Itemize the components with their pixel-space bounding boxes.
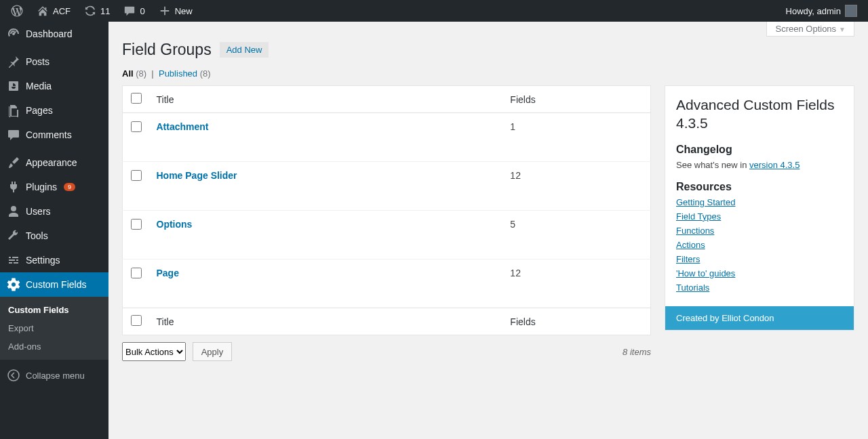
apply-button[interactable]: Apply: [193, 342, 233, 361]
site-name: ACF: [53, 6, 71, 16]
site-name-link[interactable]: ACF: [31, 0, 76, 22]
chevron-down-icon: ▼: [839, 26, 846, 33]
table-row: Options 5: [123, 211, 651, 259]
screen-options-toggle[interactable]: Screen Options▼: [766, 22, 854, 37]
menu-label: Users: [26, 206, 51, 217]
dashboard-icon: [7, 27, 20, 41]
menu-label: Comments: [26, 129, 72, 140]
row-fields-count: 1: [503, 113, 650, 162]
comments-link[interactable]: 0: [118, 0, 150, 22]
brush-icon: [7, 156, 20, 169]
resources-heading: Resources: [676, 181, 843, 193]
changelog-heading: Changelog: [676, 144, 843, 156]
user-menu[interactable]: Howdy, admin: [781, 0, 863, 22]
sliders-icon: [7, 253, 20, 267]
menu-appearance[interactable]: Appearance: [0, 150, 108, 175]
field-groups-table: Title Fields Attachment 1 Home Page Slid: [122, 85, 651, 335]
wordpress-icon: [11, 5, 23, 17]
menu-posts[interactable]: Posts: [0, 49, 108, 74]
panel-footer: Created by Elliot Condon: [665, 306, 854, 330]
update-icon: [84, 5, 96, 17]
row-title-link[interactable]: Options: [157, 219, 193, 230]
resource-link[interactable]: Actions: [676, 240, 705, 250]
menu-dashboard[interactable]: Dashboard: [0, 22, 108, 46]
col-fields[interactable]: Fields: [503, 86, 650, 113]
plugins-badge: 9: [64, 183, 75, 191]
menu-label: Dashboard: [26, 28, 73, 39]
col-title[interactable]: Title: [150, 86, 504, 113]
collapse-menu-button[interactable]: Collapse menu: [0, 363, 108, 388]
row-fields-count: 5: [503, 211, 650, 259]
status-filters: All (8) | Published (8): [122, 68, 854, 79]
menu-label: Settings: [26, 255, 60, 266]
home-icon: [37, 5, 49, 17]
resource-link[interactable]: Field Types: [676, 211, 721, 222]
resource-link[interactable]: 'How to' guides: [676, 268, 735, 278]
row-title-link[interactable]: Home Page Slider: [157, 170, 237, 181]
submenu-item-export[interactable]: Export: [0, 319, 108, 337]
menu-tools[interactable]: Tools: [0, 224, 108, 248]
select-all-checkbox[interactable]: [131, 93, 142, 104]
menu-settings[interactable]: Settings: [0, 248, 108, 272]
panel-title: Advanced Custom Fields 4.3.5: [676, 96, 843, 133]
comment-icon: [123, 5, 136, 17]
changelog-version-link[interactable]: version 4.3.5: [749, 160, 800, 170]
menu-media[interactable]: Media: [0, 74, 108, 98]
row-checkbox[interactable]: [131, 121, 142, 132]
menu-label: Posts: [26, 56, 50, 67]
menu-pages[interactable]: Pages: [0, 98, 108, 123]
col-title-foot[interactable]: Title: [150, 308, 504, 335]
comment-icon: [7, 128, 20, 142]
gear-icon: [7, 278, 20, 291]
filter-all[interactable]: All: [122, 68, 134, 79]
menu-label: Media: [26, 81, 52, 91]
row-title-link[interactable]: Page: [157, 268, 179, 278]
pages-icon: [7, 104, 20, 117]
new-content-link[interactable]: New: [153, 0, 198, 22]
menu-comments[interactable]: Comments: [0, 123, 108, 147]
table-row: Home Page Slider 12: [123, 162, 651, 211]
plus-icon: [159, 5, 171, 17]
user-icon: [7, 205, 20, 218]
resource-link[interactable]: Filters: [676, 254, 700, 264]
menu-custom-fields[interactable]: Custom Fields: [0, 272, 108, 297]
resource-link[interactable]: Functions: [676, 226, 714, 236]
row-fields-count: 12: [503, 259, 650, 308]
resources-list: Getting Started Field Types Functions Ac…: [676, 197, 843, 293]
items-count: 8 items: [623, 347, 651, 357]
row-checkbox[interactable]: [131, 170, 142, 181]
bulk-actions-select[interactable]: Bulk Actions: [122, 342, 186, 361]
menu-users[interactable]: Users: [0, 199, 108, 224]
page-title: Field Groups: [122, 41, 212, 59]
filter-published[interactable]: Published: [159, 68, 197, 79]
admin-sidebar: Dashboard Posts Media Pages Comments App…: [0, 22, 108, 439]
howdy-text: Howdy, admin: [786, 6, 841, 16]
plugin-icon: [7, 180, 20, 194]
avatar: [845, 5, 857, 17]
media-icon: [7, 79, 20, 93]
table-row: Page 12: [123, 259, 651, 308]
menu-label: Tools: [26, 230, 48, 241]
svg-point-0: [8, 370, 19, 381]
collapse-icon: [7, 369, 20, 382]
wp-logo[interactable]: [5, 0, 28, 22]
menu-label: Appearance: [26, 157, 77, 168]
submenu-item-addons[interactable]: Add-ons: [0, 337, 108, 356]
comments-count: 0: [140, 6, 144, 16]
wrench-icon: [7, 229, 20, 243]
row-checkbox[interactable]: [131, 268, 142, 278]
row-checkbox[interactable]: [131, 219, 142, 230]
resource-link[interactable]: Getting Started: [676, 197, 735, 207]
select-all-checkbox-foot[interactable]: [131, 315, 142, 326]
acf-info-panel: Advanced Custom Fields 4.3.5 Changelog S…: [665, 85, 854, 331]
changelog-text: See what's new in version 4.3.5: [676, 160, 843, 170]
updates-link[interactable]: 11: [79, 0, 115, 22]
updates-count: 11: [100, 6, 110, 16]
add-new-button[interactable]: Add New: [220, 42, 269, 58]
resource-link[interactable]: Tutorials: [676, 283, 709, 293]
submenu-item-custom-fields[interactable]: Custom Fields: [0, 301, 108, 319]
col-fields-foot[interactable]: Fields: [503, 308, 650, 335]
new-label: New: [175, 6, 193, 16]
menu-plugins[interactable]: Plugins 9: [0, 175, 108, 199]
row-title-link[interactable]: Attachment: [157, 121, 209, 132]
